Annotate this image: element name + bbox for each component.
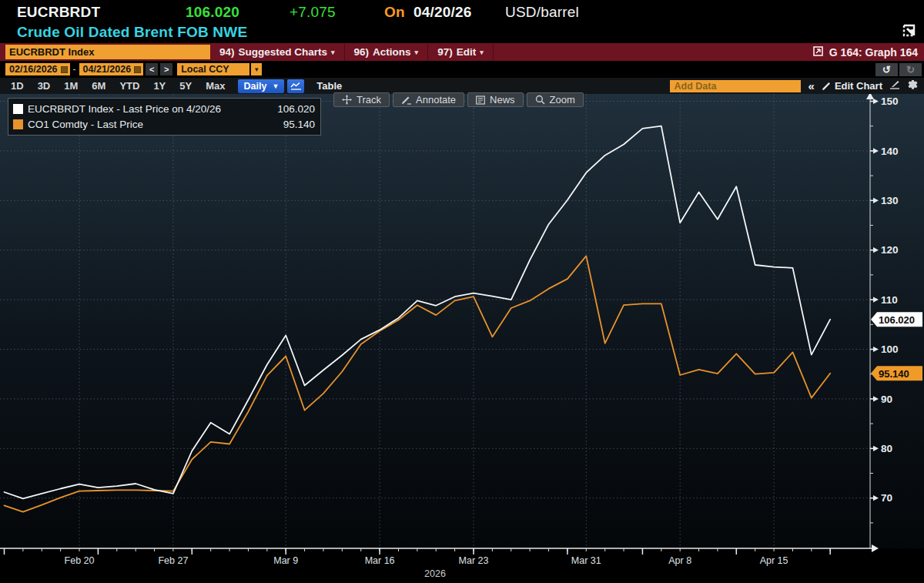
calendar-icon bbox=[134, 66, 141, 73]
on-label: On bbox=[384, 4, 405, 21]
range-bar: 02/16/2026 - 04/21/2026 < > Local CCY ▼ … bbox=[0, 61, 924, 78]
zoom-button[interactable]: Zoom bbox=[527, 92, 584, 107]
line-chart-type-button[interactable] bbox=[287, 79, 304, 93]
graph-label: G 164: Graph 164 bbox=[829, 46, 918, 59]
add-data-input[interactable]: Add Data bbox=[670, 80, 801, 92]
svg-text:106.020: 106.020 bbox=[879, 314, 915, 326]
menu-key: 97) bbox=[437, 46, 453, 58]
news-label: News bbox=[490, 94, 515, 106]
last-price-tag: 95.140 bbox=[871, 366, 922, 380]
period-bar: 1D 3D 1M 6M YTD 1Y 5Y Max Daily ▼ Table … bbox=[0, 78, 924, 94]
legend-label: EUCRBRDT Index - Last Price on 4/20/26 bbox=[28, 103, 221, 115]
end-date-input[interactable]: 04/21/2026 bbox=[79, 63, 144, 75]
annotate-label: Annotate bbox=[416, 94, 456, 106]
bloomberg-terminal-window: 708090100110120130140150Feb 20Feb 27Mar … bbox=[0, 0, 924, 583]
x-tick-label: Mar 16 bbox=[365, 555, 395, 566]
edit-chart-label: Edit Chart bbox=[835, 80, 882, 92]
frequency-value: Daily bbox=[243, 81, 266, 92]
track-crosshair-icon bbox=[342, 95, 352, 105]
chart-toolbar: Track Annotate News Zoom bbox=[333, 92, 584, 107]
graph-reference[interactable]: G 164: Graph 164 bbox=[813, 46, 918, 59]
edit-chart-button[interactable]: Edit Chart bbox=[822, 80, 882, 92]
track-button[interactable]: Track bbox=[333, 92, 390, 107]
menu-item-actions[interactable]: 96) Actions ▾ bbox=[345, 43, 429, 61]
x-tick-label: Mar 9 bbox=[273, 555, 298, 566]
tab-max[interactable]: Max bbox=[199, 80, 232, 92]
menu-bar: EUCRBRDT Index 94) Suggested Charts ▾ 96… bbox=[0, 43, 924, 61]
eucrbrdt-swatch bbox=[13, 104, 23, 114]
menu-item-edit[interactable]: 97) Edit ▾ bbox=[428, 43, 494, 61]
pencil-icon bbox=[822, 82, 831, 91]
plot-background bbox=[0, 94, 924, 548]
menu-label: Edit bbox=[457, 46, 477, 58]
undo-button[interactable]: ↺ bbox=[875, 63, 898, 76]
x-tick-label: Mar 31 bbox=[571, 555, 601, 566]
menu-label: Suggested Charts bbox=[239, 46, 328, 58]
price-date: 04/20/26 bbox=[413, 4, 472, 21]
menu-item-suggested-charts[interactable]: 94) Suggested Charts ▾ bbox=[210, 43, 345, 61]
price-unit: USD/barrel bbox=[505, 4, 579, 21]
price-change: +7.075 bbox=[290, 4, 336, 21]
currency-value: Local CCY bbox=[181, 64, 229, 75]
y-tick-label: 150 bbox=[881, 95, 899, 107]
y-tick-label: 70 bbox=[881, 492, 892, 504]
svg-text:95.140: 95.140 bbox=[879, 368, 909, 380]
chevron-down-icon: ▾ bbox=[480, 49, 484, 56]
legend-item-eucrbrdt[interactable]: EUCRBRDT Index - Last Price on 4/20/26 1… bbox=[13, 101, 315, 116]
collapse-panel-button[interactable]: « bbox=[808, 79, 815, 92]
legend-item-co1[interactable]: CO1 Comdty - Last Price 95.140 bbox=[13, 116, 315, 132]
start-date-value: 02/16/2026 bbox=[9, 64, 58, 75]
tab-3d[interactable]: 3D bbox=[31, 80, 58, 92]
start-date-input[interactable]: 02/16/2026 bbox=[5, 63, 70, 75]
tab-table[interactable]: Table bbox=[316, 80, 342, 92]
tab-5y[interactable]: 5Y bbox=[172, 80, 199, 92]
annotate-pencil-icon bbox=[401, 95, 411, 105]
news-icon bbox=[476, 95, 485, 105]
range-back-button[interactable]: < bbox=[146, 63, 158, 75]
x-tick-label: Apr 8 bbox=[668, 555, 691, 566]
chevron-down-icon: ▼ bbox=[272, 82, 279, 90]
tab-6m[interactable]: 6M bbox=[85, 80, 112, 92]
zoom-label: Zoom bbox=[550, 94, 575, 106]
redo-button[interactable]: ↻ bbox=[899, 63, 922, 76]
calendar-icon bbox=[61, 66, 68, 73]
date-range-dash: - bbox=[73, 64, 76, 75]
security-input[interactable]: EUCRBRDT Index bbox=[5, 45, 210, 59]
tab-1d[interactable]: 1D bbox=[4, 80, 31, 92]
range-forward-button[interactable]: > bbox=[160, 63, 172, 75]
x-tick-label: Feb 27 bbox=[158, 555, 188, 566]
tab-1y[interactable]: 1Y bbox=[146, 80, 172, 92]
y-tick-label: 90 bbox=[881, 394, 892, 405]
tab-1m[interactable]: 1M bbox=[57, 80, 85, 92]
ticker-symbol: EUCRBRDT bbox=[17, 4, 100, 21]
menu-key: 96) bbox=[354, 46, 370, 58]
zoom-magnifier-icon bbox=[535, 95, 545, 105]
settings-gear-icon[interactable] bbox=[907, 79, 918, 92]
co1-swatch bbox=[13, 119, 23, 129]
security-description: Crude Oil Dated Brent FOB NWE bbox=[17, 24, 247, 41]
currency-select[interactable]: Local CCY bbox=[177, 63, 249, 75]
currency-dropdown-button[interactable]: ▼ bbox=[251, 63, 262, 75]
popout-graph-icon bbox=[813, 46, 823, 59]
menu-label: Actions bbox=[373, 46, 411, 58]
annotate-button[interactable]: Annotate bbox=[393, 92, 464, 107]
menu-key: 94) bbox=[219, 46, 235, 58]
news-button[interactable]: News bbox=[467, 92, 524, 107]
last-price: 106.020 bbox=[186, 4, 239, 21]
chart-legend: EUCRBRDT Index - Last Price on 4/20/26 1… bbox=[8, 98, 321, 136]
tab-ytd[interactable]: YTD bbox=[112, 80, 146, 92]
y-tick-label: 110 bbox=[881, 294, 898, 306]
track-label: Track bbox=[357, 94, 381, 106]
frequency-select[interactable]: Daily ▼ bbox=[238, 79, 284, 93]
y-tick-label: 120 bbox=[881, 244, 899, 256]
y-tick-label: 140 bbox=[881, 146, 899, 157]
x-tick-label: Feb 20 bbox=[65, 555, 95, 566]
chevron-down-icon: ▾ bbox=[415, 49, 419, 56]
last-price-tag: 106.020 bbox=[871, 312, 922, 327]
popout-window-icon[interactable] bbox=[901, 23, 919, 45]
annotate-chart-icon[interactable] bbox=[889, 80, 900, 92]
chevron-down-icon: ▾ bbox=[331, 49, 335, 56]
y-tick-label: 100 bbox=[881, 343, 899, 355]
y-tick-label: 80 bbox=[881, 443, 892, 454]
legend-label: CO1 Comdty - Last Price bbox=[28, 119, 143, 130]
